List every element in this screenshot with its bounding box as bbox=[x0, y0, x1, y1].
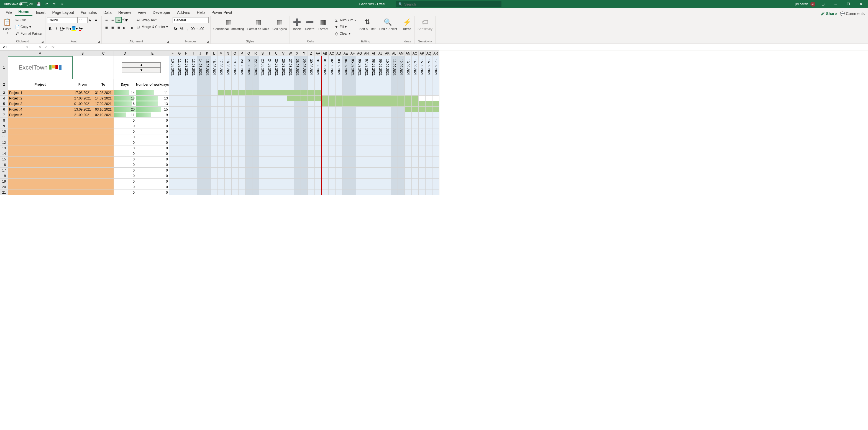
cell-r2-d25[interactable] bbox=[342, 79, 349, 90]
col-header-AI[interactable]: AI bbox=[370, 51, 377, 56]
gantt-r16-d12[interactable] bbox=[252, 162, 259, 167]
gantt-r12-d20[interactable] bbox=[308, 140, 314, 146]
gantt-r12-d4[interactable] bbox=[197, 140, 204, 146]
font-color-button[interactable]: A▾ bbox=[78, 26, 84, 32]
workdays-20[interactable]: 0 bbox=[136, 184, 169, 190]
gantt-r15-d31[interactable] bbox=[384, 157, 391, 162]
gantt-r7-d34[interactable] bbox=[404, 112, 411, 118]
col-header-Y[interactable]: Y bbox=[301, 51, 308, 56]
gantt-r16-d4[interactable] bbox=[197, 162, 204, 167]
save-icon[interactable]: 💾 bbox=[35, 1, 42, 7]
cell-r2-d22[interactable] bbox=[321, 79, 328, 90]
insert-cells-button[interactable]: ➕Insert bbox=[291, 17, 303, 39]
date-header-17[interactable]: 27.08.2021 bbox=[287, 56, 294, 79]
days-10[interactable]: 0 bbox=[114, 129, 136, 134]
gantt-r12-d11[interactable] bbox=[245, 140, 252, 146]
gantt-r9-d36[interactable] bbox=[418, 123, 425, 129]
project-name-5[interactable]: Project 3 bbox=[8, 101, 72, 107]
gantt-r9-d15[interactable] bbox=[273, 123, 280, 129]
gantt-r13-d34[interactable] bbox=[404, 146, 411, 151]
gantt-r18-d27[interactable] bbox=[356, 173, 363, 179]
col-header-AB[interactable]: AB bbox=[321, 51, 328, 56]
gantt-r20-d21[interactable] bbox=[314, 184, 321, 190]
gantt-r13-d9[interactable] bbox=[231, 146, 238, 151]
maximize-icon[interactable]: ❐ bbox=[843, 0, 854, 8]
gantt-r17-d15[interactable] bbox=[273, 167, 280, 173]
gantt-r18-d12[interactable] bbox=[252, 173, 259, 179]
gantt-r20-d1[interactable] bbox=[176, 184, 183, 190]
gantt-r18-d31[interactable] bbox=[384, 173, 391, 179]
align-middle-button[interactable]: ≡ bbox=[110, 17, 116, 23]
gantt-r13-d30[interactable] bbox=[377, 146, 384, 151]
days-17[interactable]: 0 bbox=[114, 167, 136, 173]
gantt-r6-d24[interactable] bbox=[335, 107, 342, 112]
row-header-11[interactable]: 11 bbox=[0, 134, 8, 140]
gantt-r7-d14[interactable] bbox=[266, 112, 273, 118]
gantt-r16-d22[interactable] bbox=[321, 162, 328, 167]
gantt-r6-d13[interactable] bbox=[259, 107, 266, 112]
gantt-r18-d24[interactable] bbox=[335, 173, 342, 179]
from-6[interactable]: 13.09.2021 bbox=[72, 107, 93, 112]
gantt-r19-d38[interactable] bbox=[432, 179, 439, 184]
date-header-15[interactable]: 25.08.2021 bbox=[273, 56, 280, 79]
gantt-r5-d4[interactable] bbox=[197, 101, 204, 107]
gantt-r4-d33[interactable] bbox=[398, 96, 404, 101]
gantt-r11-d17[interactable] bbox=[287, 134, 294, 140]
gantt-r16-d25[interactable] bbox=[342, 162, 349, 167]
gantt-r18-d1[interactable] bbox=[176, 173, 183, 179]
gantt-r19-d36[interactable] bbox=[418, 179, 425, 184]
fx-icon[interactable]: fx bbox=[50, 44, 56, 50]
gantt-r13-d38[interactable] bbox=[432, 146, 439, 151]
gantt-r11-d21[interactable] bbox=[314, 134, 321, 140]
gantt-r14-d37[interactable] bbox=[425, 151, 432, 157]
gantt-r8-d3[interactable] bbox=[190, 118, 197, 123]
italic-button[interactable]: I bbox=[53, 26, 59, 32]
row-header-16[interactable]: 16 bbox=[0, 162, 8, 167]
date-header-37[interactable]: 16.09.2021 bbox=[425, 56, 432, 79]
gantt-r11-d29[interactable] bbox=[370, 134, 377, 140]
col-header-N[interactable]: N bbox=[224, 51, 231, 56]
row-header-9[interactable]: 9 bbox=[0, 123, 8, 129]
gantt-r6-d14[interactable] bbox=[266, 107, 273, 112]
gantt-r15-d3[interactable] bbox=[190, 157, 197, 162]
conditional-formatting-button[interactable]: ▦Conditional Formatting bbox=[212, 17, 245, 39]
gantt-r16-d35[interactable] bbox=[411, 162, 418, 167]
tab-file[interactable]: File bbox=[2, 9, 15, 16]
gantt-r12-d2[interactable] bbox=[183, 140, 190, 146]
gantt-r5-d13[interactable] bbox=[259, 101, 266, 107]
gantt-r19-d13[interactable] bbox=[259, 179, 266, 184]
gantt-r5-d38[interactable] bbox=[432, 101, 439, 107]
copy-button[interactable]: 📄Copy ▾ bbox=[14, 24, 43, 30]
gantt-r19-d20[interactable] bbox=[308, 179, 314, 184]
gantt-r18-d29[interactable] bbox=[370, 173, 377, 179]
cell-r2-d38[interactable] bbox=[432, 79, 439, 90]
gantt-r20-d23[interactable] bbox=[328, 184, 335, 190]
gantt-r15-d12[interactable] bbox=[252, 157, 259, 162]
gantt-r6-d20[interactable] bbox=[308, 107, 314, 112]
gantt-r16-d6[interactable] bbox=[211, 162, 217, 167]
cell-r2-d23[interactable] bbox=[328, 79, 335, 90]
gantt-r3-d27[interactable] bbox=[356, 90, 363, 96]
gantt-r10-d35[interactable] bbox=[411, 129, 418, 134]
col-header-AD[interactable]: AD bbox=[335, 51, 342, 56]
gantt-r17-d8[interactable] bbox=[224, 167, 231, 173]
gantt-r19-d32[interactable] bbox=[391, 179, 398, 184]
from-21[interactable] bbox=[72, 190, 93, 195]
gantt-r9-d10[interactable] bbox=[238, 123, 245, 129]
gantt-r12-d37[interactable] bbox=[425, 140, 432, 146]
gantt-r9-d0[interactable] bbox=[169, 123, 176, 129]
gantt-r3-d24[interactable] bbox=[335, 90, 342, 96]
gantt-r3-d29[interactable] bbox=[370, 90, 377, 96]
number-launcher-icon[interactable]: ◢ bbox=[207, 40, 209, 43]
gantt-r8-d7[interactable] bbox=[217, 118, 224, 123]
gantt-r7-d36[interactable] bbox=[418, 112, 425, 118]
gantt-r4-d36[interactable] bbox=[418, 96, 425, 101]
gantt-r17-d35[interactable] bbox=[411, 167, 418, 173]
gantt-r5-d34[interactable] bbox=[404, 101, 411, 107]
gantt-r7-d10[interactable] bbox=[238, 112, 245, 118]
gantt-r19-d8[interactable] bbox=[224, 179, 231, 184]
gantt-r4-d15[interactable] bbox=[273, 96, 280, 101]
find-select-button[interactable]: 🔍Find & Select bbox=[378, 17, 398, 39]
gantt-r21-d24[interactable] bbox=[335, 190, 342, 195]
from-13[interactable] bbox=[72, 146, 93, 151]
